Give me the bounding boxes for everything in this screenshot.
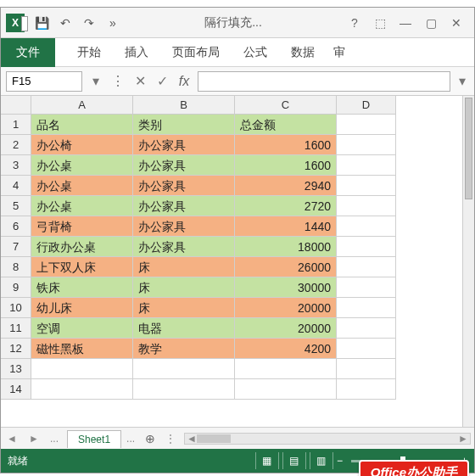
row-header[interactable]: 3: [1, 155, 31, 176]
cell[interactable]: [337, 359, 396, 379]
cell[interactable]: 办公桌: [31, 155, 133, 176]
cell[interactable]: 床: [133, 257, 235, 277]
col-header-a[interactable]: A: [31, 96, 133, 115]
cell[interactable]: [133, 379, 235, 400]
row-header[interactable]: 4: [1, 176, 31, 196]
tab-insert[interactable]: 插入: [113, 38, 160, 67]
cell[interactable]: 教学: [133, 339, 235, 359]
row-header[interactable]: 1: [1, 115, 31, 135]
cell[interactable]: 床: [133, 277, 235, 298]
cell[interactable]: 20000: [235, 318, 337, 339]
cell[interactable]: 1600: [235, 155, 337, 176]
cell[interactable]: 上下双人床: [31, 257, 133, 277]
expand-fbar-icon[interactable]: ⋮: [109, 73, 126, 89]
cell[interactable]: [337, 196, 396, 216]
cell[interactable]: 办公家具: [133, 176, 235, 196]
cell[interactable]: 办公家具: [133, 155, 235, 176]
view-normal-button[interactable]: ▦: [255, 452, 279, 469]
row-header[interactable]: 7: [1, 237, 31, 257]
qat-more-icon[interactable]: »: [101, 11, 125, 35]
cell[interactable]: [337, 155, 396, 176]
cell[interactable]: 办公家具: [133, 196, 235, 216]
cell[interactable]: [31, 379, 133, 400]
cell[interactable]: [337, 135, 396, 155]
row-header[interactable]: 14: [1, 379, 31, 400]
row-header[interactable]: 13: [1, 359, 31, 379]
cell[interactable]: [337, 176, 396, 196]
fx-icon[interactable]: fx: [176, 74, 193, 89]
cell[interactable]: 办公椅: [31, 135, 133, 155]
cell[interactable]: 电器: [133, 318, 235, 339]
cell[interactable]: 18000: [235, 237, 337, 257]
tab-formulas[interactable]: 公式: [232, 38, 279, 67]
cell[interactable]: 磁性黑板: [31, 339, 133, 359]
cell[interactable]: [337, 115, 396, 135]
ribbon-options-button[interactable]: ⬚: [367, 11, 393, 35]
cell[interactable]: [337, 379, 396, 400]
horizontal-scrollbar[interactable]: ◄ ►: [184, 433, 471, 445]
sheet-prev-icon[interactable]: ◄: [7, 433, 17, 445]
cell[interactable]: 类别: [133, 115, 235, 135]
name-box-dropdown-icon[interactable]: ▾: [87, 73, 104, 89]
cell[interactable]: 2940: [235, 176, 337, 196]
cell[interactable]: 铁床: [31, 277, 133, 298]
maximize-button[interactable]: ▢: [418, 11, 444, 35]
col-header-d[interactable]: D: [337, 96, 396, 115]
cell[interactable]: [337, 318, 396, 339]
cell[interactable]: [235, 359, 337, 379]
tab-data[interactable]: 数据: [279, 38, 327, 67]
sheet-tab-active[interactable]: Sheet1: [67, 430, 121, 448]
col-header-b[interactable]: B: [133, 96, 235, 115]
cell[interactable]: [337, 216, 396, 237]
cell[interactable]: 20000: [235, 298, 337, 318]
row-header[interactable]: 8: [1, 257, 31, 277]
cell[interactable]: 空调: [31, 318, 133, 339]
vertical-scrollbar[interactable]: [462, 96, 474, 427]
tab-home[interactable]: 开始: [65, 38, 113, 67]
cell[interactable]: [337, 277, 396, 298]
sheet-more-icon[interactable]: ...: [121, 433, 140, 445]
fbar-expand-icon[interactable]: ▾: [455, 73, 469, 89]
new-sheet-button[interactable]: ⊕: [140, 432, 160, 445]
cell[interactable]: 2720: [235, 196, 337, 216]
cell[interactable]: 床: [133, 298, 235, 318]
cell[interactable]: [133, 359, 235, 379]
hscroll-right-icon[interactable]: ►: [458, 433, 468, 445]
cell[interactable]: 26000: [235, 257, 337, 277]
cell[interactable]: 办公家具: [133, 237, 235, 257]
tab-more[interactable]: 审: [327, 38, 349, 67]
vscroll-thumb[interactable]: [465, 98, 472, 199]
cell[interactable]: 1600: [235, 135, 337, 155]
tab-page-layout[interactable]: 页面布局: [160, 38, 232, 67]
sheet-next-icon[interactable]: ►: [29, 433, 39, 445]
row-header[interactable]: 2: [1, 135, 31, 155]
name-box[interactable]: [6, 71, 82, 92]
row-header[interactable]: 12: [1, 339, 31, 359]
cell[interactable]: 办公家具: [133, 216, 235, 237]
cell[interactable]: 办公桌: [31, 196, 133, 216]
cell[interactable]: [337, 339, 396, 359]
tab-file[interactable]: 文件: [1, 38, 55, 67]
cell[interactable]: 办公家具: [133, 135, 235, 155]
undo-button[interactable]: ↶: [53, 11, 77, 35]
cell[interactable]: [337, 257, 396, 277]
cell[interactable]: 幼儿床: [31, 298, 133, 318]
cell[interactable]: [337, 237, 396, 257]
cell[interactable]: 30000: [235, 277, 337, 298]
row-header[interactable]: 10: [1, 298, 31, 318]
row-header[interactable]: 6: [1, 216, 31, 237]
row-header[interactable]: 9: [1, 277, 31, 298]
cell[interactable]: 总金额: [235, 115, 337, 135]
select-all-corner[interactable]: [1, 96, 31, 115]
hscroll-left-icon[interactable]: ◄: [187, 433, 197, 445]
cell[interactable]: 弓背椅: [31, 216, 133, 237]
enter-icon[interactable]: ✓: [154, 73, 170, 89]
save-button[interactable]: 💾: [30, 11, 53, 35]
view-page-break-button[interactable]: ▥: [310, 452, 333, 469]
row-header[interactable]: 5: [1, 196, 31, 216]
cell[interactable]: 行政办公桌: [31, 237, 133, 257]
view-page-layout-button[interactable]: ▤: [282, 452, 306, 469]
cell[interactable]: 办公桌: [31, 176, 133, 196]
row-header[interactable]: 11: [1, 318, 31, 339]
cell[interactable]: [337, 298, 396, 318]
